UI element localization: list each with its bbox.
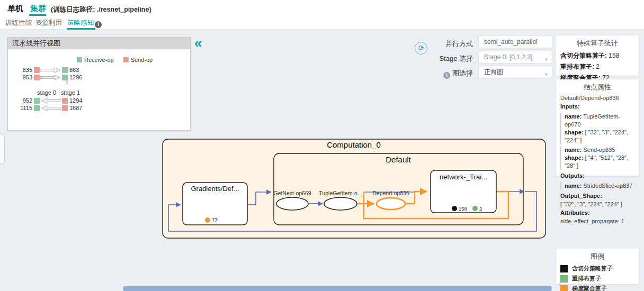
mode-standalone[interactable]: 单机 [7, 4, 23, 14]
pipeline-cut-icon: ✂ [63, 80, 70, 85]
input-item: name: TupleGetItem-op670 shape: [ "32", … [560, 113, 634, 144]
graph-select[interactable]: 正向图 ▾ [478, 66, 552, 78]
collapse-panel-icon[interactable]: « [194, 36, 202, 50]
pipeline-panel-title: 流水线并行视图 [8, 38, 190, 49]
mode-cluster[interactable]: 集群 [30, 4, 46, 14]
receive-square [34, 98, 40, 104]
horizontal-scrollbar[interactable] [123, 286, 552, 291]
getnext-label: GetNext-op669 [273, 190, 311, 196]
pipeline-panel-body: Receive-op Send-op 835 863 953 1296 ✂ st… [8, 49, 190, 130]
computation-graph[interactable]: Computation_0 Default Gradients/Def... 7… [159, 135, 551, 246]
legend-item: 重排布算子 [560, 274, 634, 284]
grad-aggregation-swatch [560, 285, 568, 291]
parallel-mode-input[interactable] [478, 35, 552, 48]
output-shape-value: [ "32", "3", "224", "224" ] [560, 201, 634, 208]
default-label: Default [386, 155, 411, 164]
stage-1-label: stage 1 [57, 89, 84, 96]
receive-square [62, 75, 68, 80]
arrow-right-icon [40, 67, 61, 73]
special-ops-panel: 特殊算子统计 含切分策略算子: 158 重排布算子: 2 梯度聚合算子: 72 [556, 35, 639, 76]
sliced-ops-dot [452, 206, 457, 211]
graph-select-label: i图选择 [420, 69, 473, 79]
network-badge-green: 2 [479, 206, 482, 212]
tab-training-performance[interactable]: 训练性能 [5, 19, 32, 28]
receive-square [62, 67, 68, 73]
tuplegetitem-label: TupleGetItem-o... [319, 190, 362, 196]
pipeline-row[interactable]: 1115 1687 [15, 105, 82, 111]
depend-label: Depend-op836 [372, 190, 409, 196]
computation-0-label: Computation_0 [327, 140, 381, 149]
depend-node-selected[interactable] [377, 198, 405, 210]
grad-aggregation-dot [205, 217, 210, 223]
tab-strategy-perception[interactable]: 策略感知i [67, 19, 102, 28]
receive-square [34, 105, 40, 111]
arrow-right-icon [40, 75, 61, 80]
training-log-path: (训练日志路径: ./resnet_pipeline) [51, 5, 151, 14]
send-square [62, 105, 68, 111]
parallel-mode-label: 并行方式 [420, 39, 473, 49]
left-drawer-handle[interactable] [0, 134, 5, 165]
gradients-label: Gradients/Def... [191, 185, 239, 193]
stat-redistribution-ops: 重排布算子: 2 [560, 61, 634, 72]
arrow-left-icon [40, 98, 61, 104]
legend-title: 图例 [560, 252, 634, 261]
stage-select[interactable]: Stage 0: [0,1,2,3] ▾ [478, 51, 552, 63]
receive-op-swatch [77, 57, 82, 62]
output-item: name: StridedSlice-op837 [560, 182, 634, 190]
node-name: Default/Depend-op836 [560, 94, 634, 102]
tab-active-underline [67, 28, 95, 30]
send-square [34, 67, 40, 73]
tab-resource-utilization[interactable]: 资源利用 [35, 19, 62, 28]
outputs-label: Outputs: [560, 171, 634, 180]
send-op-swatch [123, 57, 129, 62]
legend-item: 梯度聚合算子 [560, 284, 634, 291]
stage-select-label: Stage 选择 [420, 54, 473, 63]
legend-item: 含切分策略算子 [560, 263, 634, 274]
info-icon[interactable]: i [443, 72, 450, 79]
top-header: 单机 集群 (训练日志路径: ./resnet_pipeline) [0, 0, 644, 16]
inputs-label: Inputs: [560, 102, 634, 111]
chevron-down-icon: ▾ [544, 53, 548, 65]
pipeline-row[interactable]: 952 1294 [15, 97, 82, 104]
gradients-badge: 72 [212, 217, 218, 223]
sliced-ops-swatch [560, 265, 568, 272]
node-attributes-title: 结点属性 [560, 83, 634, 92]
graph-legend-panel: 图例 含切分策略算子 重排布算子 梯度聚合算子 [556, 249, 639, 284]
special-ops-title: 特殊算子统计 [560, 39, 634, 48]
pipeline-row[interactable]: 953 1296 [15, 74, 82, 80]
info-icon[interactable]: i [95, 21, 102, 28]
pipeline-parallel-panel: 流水线并行视图 Receive-op Send-op 835 863 953 1… [7, 37, 191, 131]
stat-sliced-ops: 含切分策略算子: 158 [560, 50, 634, 61]
pipeline-legend: Receive-op Send-op [77, 57, 153, 63]
attribute-value: side_effect_propagate: 1 [560, 217, 634, 225]
stage-0-label: stage 0 [33, 89, 60, 96]
redistribution-dot [472, 206, 478, 211]
arrow-left-icon [40, 105, 61, 111]
tab-bar: 训练性能 资源利用 策略感知i [0, 16, 644, 30]
pipeline-row[interactable]: 835 863 [15, 67, 79, 73]
tuplegetitem-node[interactable] [324, 197, 357, 210]
output-shape-label: Output_Shape: [560, 192, 634, 201]
chevron-down-icon: ▾ [544, 68, 548, 80]
getnext-node[interactable] [276, 197, 308, 210]
network-label: network-_Trai... [440, 173, 487, 181]
node-attributes-panel: 结点属性 Default/Depend-op836 Inputs: name: … [556, 79, 639, 176]
send-square [62, 98, 68, 104]
network-badge-black: 158 [459, 206, 467, 212]
send-square [34, 75, 40, 80]
input-item: name: Send-op835 shape: [ "4", "512", "2… [560, 146, 634, 170]
attributes-label: Attributes: [560, 208, 634, 217]
redistribution-swatch [560, 275, 568, 283]
